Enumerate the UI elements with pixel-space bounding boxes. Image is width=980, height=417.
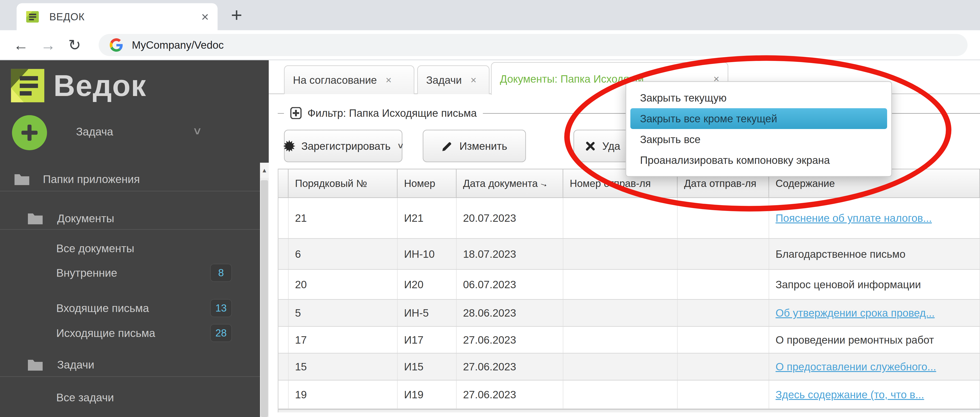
sidebar-item-all-tasks[interactable]: Все задачи <box>0 386 260 409</box>
table-body: 21 И21 20.07.2023 Пояснение об уплате на… <box>278 198 980 412</box>
sidebar-item-all-documents[interactable]: Все документы <box>0 236 260 260</box>
chevron-down-icon[interactable]: > <box>191 128 204 135</box>
browser-tab-strip: ВЕДОК × + <box>0 0 980 30</box>
content-link[interactable]: Пояснение об уплате налогов... <box>776 212 932 224</box>
tab-close-icon[interactable]: × <box>386 74 391 86</box>
column-header-doc-date[interactable]: Дата документа→ <box>457 169 563 197</box>
address-bar[interactable]: MyCompany/Vedoc <box>99 34 967 56</box>
screen: ВЕДОК × + ← → ↻ MyCompany/Vedoc <box>0 0 980 417</box>
plus-icon <box>20 123 39 142</box>
app-logo: Ведок <box>8 66 146 105</box>
content-text: О проведении ремонтных работ <box>769 327 980 353</box>
documents-table: Порядковый № Номер Дата документа→ Номер… <box>278 169 980 412</box>
menu-item-close-current[interactable]: Закрыть текущую <box>630 88 887 108</box>
reload-button[interactable]: ↻ <box>68 37 81 53</box>
vedoc-logo-icon <box>8 66 48 105</box>
url-text[interactable]: MyCompany/Vedoc <box>132 39 224 51</box>
browser-tab-close-icon[interactable]: × <box>201 10 209 23</box>
content-link[interactable]: Об утверждении срока провед... <box>776 307 935 319</box>
divider <box>0 376 260 377</box>
column-header-seq[interactable]: Порядковый № <box>289 169 398 197</box>
table-row[interactable]: 20 И20 06.07.2023 Запрос ценовой информа… <box>278 270 980 300</box>
scroll-up-button[interactable]: ▲ <box>260 163 269 178</box>
back-button[interactable]: ← <box>13 37 29 53</box>
edit-button[interactable]: Изменить <box>423 130 526 162</box>
task-dropdown-label[interactable]: Задача <box>76 125 113 138</box>
sidebar-scrollbar[interactable]: ▲ <box>260 163 269 417</box>
sidebar-item-outgoing-letters[interactable]: Исходящие письма 28 <box>0 321 260 345</box>
table-row[interactable]: 6 ИН-10 18.07.2023 Благодарственное пись… <box>278 239 980 270</box>
table-row[interactable]: 15 И15 27.06.2023 О предоставлении служе… <box>278 353 980 380</box>
main-content: На согласование × Задачи × Документы: Па… <box>269 60 980 417</box>
folder-icon <box>27 358 43 371</box>
vedoc-favicon-icon <box>25 10 40 24</box>
sidebar-item-incoming-letters[interactable]: Входящие письма 13 <box>0 296 260 320</box>
row-gutter-header <box>278 169 289 197</box>
tab-tasks[interactable]: Задачи × <box>417 65 490 94</box>
sort-arrow-icon: → <box>538 177 550 190</box>
table-row[interactable]: 5 ИН-5 28.06.2023 Об утверждении срока п… <box>278 300 980 327</box>
chevron-down-icon: > <box>396 143 406 149</box>
browser-toolbar: ← → ↻ MyCompany/Vedoc <box>0 30 980 60</box>
sidebar: Ведок Задача > Папки приложения Документ <box>0 60 269 417</box>
browser-tab[interactable]: ВЕДОК × <box>17 3 218 30</box>
register-button[interactable]: Зарегистрировать > <box>284 130 402 162</box>
forward-button[interactable]: → <box>41 37 56 53</box>
divider <box>0 229 260 230</box>
app-logo-text: Ведок <box>54 68 146 103</box>
expand-filter-icon <box>290 107 302 119</box>
x-icon <box>584 140 596 152</box>
column-header-number[interactable]: Номер <box>398 169 457 197</box>
menu-item-close-all[interactable]: Закрыть все <box>630 129 887 150</box>
folder-icon <box>14 173 30 186</box>
tab-close-icon[interactable]: × <box>471 74 476 86</box>
content-text: Запрос ценовой информации <box>769 270 980 299</box>
content-link[interactable]: Здесь содержание (то, что в... <box>776 388 924 401</box>
content-link[interactable]: О предоставлении служебного... <box>776 361 936 373</box>
tab-context-menu: Закрыть текущую Закрыть все кроме текуще… <box>625 81 892 177</box>
menu-item-analyze-layout[interactable]: Проанализировать компоновку экрана <box>630 150 887 171</box>
table-row[interactable]: 21 И21 20.07.2023 Пояснение об уплате на… <box>278 198 980 239</box>
browser-tab-title: ВЕДОК <box>49 11 84 22</box>
table-row[interactable]: 19 И19 27.06.2023 Здесь содержание (то, … <box>278 380 980 409</box>
sidebar-item-app-folders[interactable]: Папки приложения <box>0 167 260 191</box>
folder-icon <box>27 212 43 225</box>
google-icon <box>110 38 123 52</box>
sidebar-item-tasks[interactable]: Задачи <box>0 353 260 376</box>
content-text: Благодарственное письмо <box>769 239 980 269</box>
menu-item-close-all-except-current[interactable]: Закрыть все кроме текущей <box>630 108 887 129</box>
new-tab-button[interactable]: + <box>231 5 242 24</box>
pencil-icon <box>441 140 453 152</box>
filter-label: Фильтр: Папка Исходящие письма <box>307 107 477 119</box>
scrollbar-thumb[interactable] <box>261 180 268 417</box>
count-badge: 13 <box>210 299 232 317</box>
sidebar-item-documents[interactable]: Документы <box>0 206 260 230</box>
sidebar-item-internal[interactable]: Внутренние 8 <box>0 261 260 284</box>
add-task-button[interactable] <box>12 115 47 150</box>
stamp-icon <box>283 140 295 152</box>
count-badge: 8 <box>210 264 232 282</box>
next-row-sliver <box>278 409 980 412</box>
table-row[interactable]: 17 И17 27.06.2023 О проведении ремонтных… <box>278 327 980 353</box>
filter-legend[interactable]: Фильтр: Папка Исходящие письма <box>284 105 483 121</box>
app-area: Ведок Задача > Папки приложения Документ <box>0 60 980 417</box>
count-badge: 28 <box>210 324 232 342</box>
divider <box>0 191 260 191</box>
tab-for-approval[interactable]: На согласование × <box>284 65 414 94</box>
